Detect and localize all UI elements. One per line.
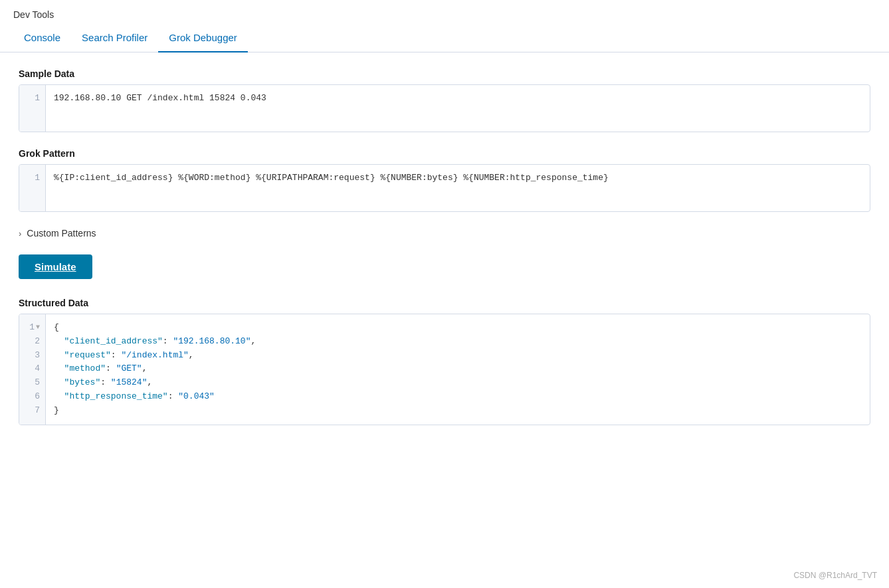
sample-data-code[interactable]: 192.168.80.10 GET /index.html 15824 0.04…: [46, 85, 870, 132]
grok-pattern-line-num-1: 1: [25, 171, 40, 185]
grok-pattern-editor[interactable]: 1 %{IP:client_id_address} %{WORD:method}…: [19, 164, 870, 212]
line-num-3: 3: [25, 349, 40, 363]
line-num-1: 1 ▼: [25, 321, 40, 335]
tab-search-profiler[interactable]: Search Profiler: [71, 24, 158, 52]
chevron-right-icon: ›: [19, 229, 21, 239]
line-num-2: 2: [25, 335, 40, 349]
tab-bar: Console Search Profiler Grok Debugger: [0, 24, 889, 52]
line-num-7: 7: [25, 404, 40, 418]
structured-data-section: Structured Data 1 ▼ 2 3 4 5 6 7 { "clien…: [19, 298, 870, 425]
grok-pattern-label: Grok Pattern: [19, 148, 870, 159]
line-num-6: 6: [25, 390, 40, 404]
sample-data-line-numbers: 1: [19, 85, 46, 132]
line-num-5: 5: [25, 376, 40, 390]
line-num-4: 4: [25, 362, 40, 376]
structured-data-code[interactable]: { "client_id_address": "192.168.80.10", …: [46, 314, 870, 425]
custom-patterns-toggle[interactable]: › Custom Patterns: [19, 228, 870, 239]
structured-data-editor[interactable]: 1 ▼ 2 3 4 5 6 7 { "client_id_address": "…: [19, 314, 870, 425]
structured-data-line-numbers: 1 ▼ 2 3 4 5 6 7: [19, 314, 46, 425]
sample-data-label: Sample Data: [19, 68, 870, 79]
tab-grok-debugger[interactable]: Grok Debugger: [158, 24, 248, 52]
simulate-button[interactable]: Simulate: [19, 254, 92, 279]
tab-console[interactable]: Console: [13, 24, 71, 52]
grok-pattern-line-numbers: 1: [19, 165, 46, 211]
main-content: Sample Data 1 192.168.80.10 GET /index.h…: [0, 52, 889, 457]
structured-data-label: Structured Data: [19, 298, 870, 308]
app-title: Dev Tools: [0, 0, 889, 24]
custom-patterns-label: Custom Patterns: [27, 228, 96, 239]
sample-data-line-num-1: 1: [25, 92, 40, 106]
sample-data-editor[interactable]: 1 192.168.80.10 GET /index.html 15824 0.…: [19, 84, 870, 132]
grok-pattern-code[interactable]: %{IP:client_id_address} %{WORD:method} %…: [46, 165, 870, 211]
